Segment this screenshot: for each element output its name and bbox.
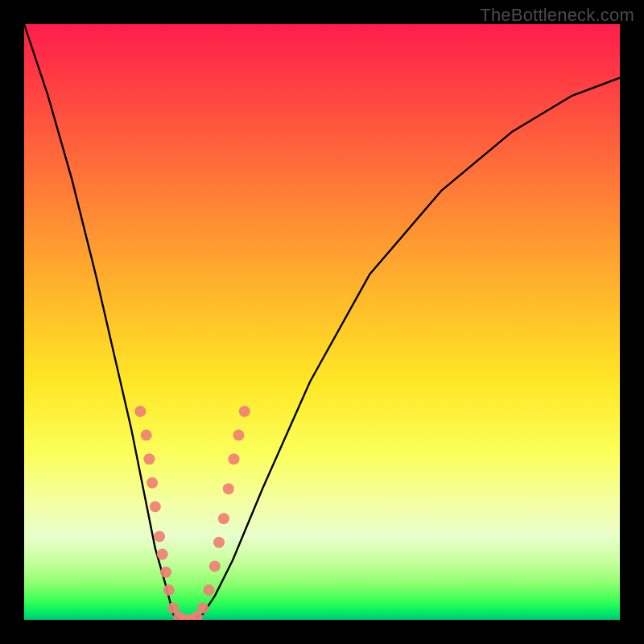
marker-dot <box>209 560 221 572</box>
marker-dot <box>154 530 165 542</box>
marker-dot <box>218 513 229 524</box>
bottleneck-v-curve <box>24 24 620 620</box>
marker-dot <box>203 584 214 596</box>
curve-path <box>24 24 620 620</box>
marker-dot <box>157 549 168 560</box>
marker-dot <box>134 406 146 417</box>
marker-dot <box>143 453 155 464</box>
marker-dot <box>197 602 208 613</box>
marker-dot <box>229 453 240 464</box>
marker-dot <box>163 584 175 596</box>
marker-dot <box>223 483 234 494</box>
highlighted-points <box>134 406 250 620</box>
marker-dot <box>233 430 244 441</box>
marker-dot <box>141 430 152 441</box>
marker-dot <box>213 537 225 548</box>
watermark-text: TheBottleneck.com <box>480 5 634 26</box>
plot-area <box>24 24 620 620</box>
marker-dot <box>147 477 158 489</box>
chart-svg <box>24 24 620 620</box>
marker-dot <box>160 567 171 578</box>
marker-dot <box>150 501 161 512</box>
marker-dot <box>239 406 250 417</box>
chart-frame: TheBottleneck.com <box>0 0 644 644</box>
